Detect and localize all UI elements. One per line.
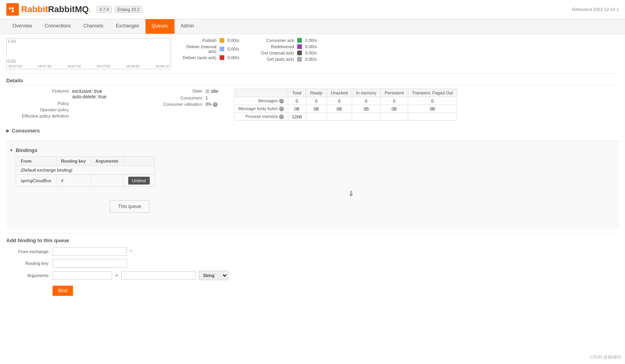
details-middle: State idle Consumers 1 Consumer utilisat… bbox=[140, 89, 218, 121]
utilisation-text: 0% bbox=[205, 102, 212, 107]
effective-policy-label: Effective policy definition bbox=[6, 114, 69, 118]
stats-table: Total Ready Unacked In memory Persistent… bbox=[234, 89, 457, 121]
details-left: Features exclusive: true auto-delete: tr… bbox=[6, 89, 124, 121]
operator-policy-label: Operator policy bbox=[6, 107, 69, 112]
nav-exchanges[interactable]: Exchanges bbox=[109, 19, 145, 34]
rate-get-auto: Get (auto ack) 0.00/s bbox=[247, 57, 317, 62]
binding-default-text: (Default exchange binding) bbox=[16, 166, 155, 175]
header: RabbitRabbitMQ. 3.7.4 Erlang 20.2 Refres… bbox=[0, 0, 625, 19]
messages-total: 0 bbox=[288, 97, 306, 105]
bind-button[interactable]: Bind bbox=[53, 286, 73, 296]
rate-publish: Publish 0.00/s bbox=[177, 38, 239, 43]
rate-get-manual: Get (manual ack) 0.00/s bbox=[247, 51, 317, 55]
procmem-help-icon[interactable]: ? bbox=[279, 114, 284, 119]
get-manual-indicator bbox=[297, 51, 302, 55]
from-exchange-row: From exchange: * bbox=[6, 247, 619, 256]
routing-key-input[interactable] bbox=[53, 259, 127, 268]
get-auto-indicator bbox=[297, 57, 302, 62]
messages-ready: 0 bbox=[306, 97, 327, 105]
nav-overview[interactable]: Overview bbox=[6, 19, 38, 34]
chart-x-3: 18:07:50 bbox=[96, 64, 110, 68]
nav-queues[interactable]: Queues bbox=[145, 19, 174, 34]
add-binding-title: Add binding to this queue bbox=[6, 237, 619, 243]
nav-admin[interactable]: Admin bbox=[174, 19, 200, 34]
nav-channels[interactable]: Channels bbox=[77, 19, 110, 34]
state-value: idle bbox=[205, 89, 218, 94]
procmem-transient bbox=[408, 113, 457, 121]
svg-rect-2 bbox=[12, 10, 14, 12]
logo: RabbitRabbitMQ. bbox=[6, 3, 90, 16]
messages-unacked: 0 bbox=[327, 97, 352, 105]
procmem-ready bbox=[306, 113, 327, 121]
main-content: 1.0/s 0.0/s 18:07:20 18:07:30 18:07:40 1… bbox=[0, 34, 625, 303]
chart-x-2: 18:07:40 bbox=[67, 64, 81, 68]
features-row: Features exclusive: true auto-delete: tr… bbox=[6, 89, 124, 100]
consumer-ack-indicator bbox=[297, 38, 302, 43]
messages-label-text: Messages bbox=[258, 98, 278, 103]
bindings-col-arguments: Arguments bbox=[91, 157, 123, 166]
logo-icon bbox=[6, 3, 19, 16]
publish-indicator bbox=[220, 38, 224, 43]
procmem-inmemory bbox=[352, 113, 380, 121]
redelivered-indicator bbox=[297, 44, 302, 49]
unbind-button[interactable]: Unbind bbox=[128, 177, 150, 185]
bindings-col-routing-key: Routing key bbox=[56, 157, 91, 166]
messages-inmemory: 0 bbox=[352, 97, 380, 105]
bindings-col-action bbox=[123, 157, 154, 166]
state-dot bbox=[205, 89, 209, 93]
chart-x-5: 18:08:10 bbox=[155, 64, 169, 68]
arguments-key-input[interactable] bbox=[53, 271, 112, 280]
binding-unbind-cell: Unbind bbox=[123, 175, 154, 187]
refresh-info: Refreshed 2022-12-14 1 bbox=[572, 7, 619, 12]
from-exchange-label: From exchange: bbox=[6, 249, 49, 254]
message-rates-left: Publish 0.00/s Deliver (manual ack) 0.00… bbox=[177, 38, 239, 69]
operator-policy-row: Operator policy bbox=[6, 107, 124, 112]
rate-get-auto-label: Get (auto ack) bbox=[247, 57, 294, 62]
bindings-section-title: Bindings bbox=[16, 147, 38, 153]
procmem-total: 12kB bbox=[288, 113, 306, 121]
policy-label: Policy bbox=[6, 101, 69, 106]
bind-button-row: Bind bbox=[6, 283, 619, 296]
rate-deliver-manual-value: 0.00/s bbox=[227, 47, 239, 51]
consumers-section: ▶ Consumers bbox=[6, 125, 619, 137]
down-arrow-icon: ⇓ bbox=[86, 187, 616, 200]
stats-procmem-label: Process memory ? bbox=[234, 113, 288, 121]
messages-transient: 0 bbox=[408, 97, 457, 105]
consumers-value: 1 bbox=[205, 96, 208, 100]
from-exchange-required-icon: * bbox=[130, 250, 132, 254]
bindings-col-from: From bbox=[16, 157, 56, 166]
rate-publish-value: 0.00/s bbox=[227, 38, 239, 43]
utilisation-help-icon[interactable]: ? bbox=[213, 102, 218, 107]
bindings-collapsible-header[interactable]: ▼ Bindings bbox=[9, 144, 616, 156]
procmem-persistent bbox=[380, 113, 408, 121]
msgbytes-persistent: 0B bbox=[380, 105, 408, 113]
consumers-arrow-icon: ▶ bbox=[6, 129, 9, 133]
stats-area: Total Ready Unacked In memory Persistent… bbox=[234, 89, 457, 121]
msgbytes-inmemory: 0B bbox=[352, 105, 380, 113]
bindings-content: From Routing key Arguments (Default exch… bbox=[9, 156, 616, 226]
routing-key-label: Routing key: bbox=[6, 261, 49, 266]
messages-help-icon[interactable]: ? bbox=[279, 99, 284, 103]
main-nav: Overview Connections Channels Exchanges … bbox=[0, 19, 625, 34]
rate-publish-label: Publish bbox=[177, 38, 216, 43]
procmem-unacked bbox=[327, 113, 352, 121]
stats-col-persistent: Persistent bbox=[380, 89, 408, 97]
nav-connections[interactable]: Connections bbox=[38, 19, 77, 34]
arguments-type-select[interactable]: String Number Boolean bbox=[199, 271, 228, 280]
stats-col-total: Total bbox=[288, 89, 306, 97]
details-content: Features exclusive: true auto-delete: tr… bbox=[6, 89, 619, 121]
rate-deliver-auto-value: 0.00/s bbox=[227, 55, 239, 60]
chart-x-4: 18:08:00 bbox=[126, 64, 140, 68]
consumers-collapsible-header[interactable]: ▶ Consumers bbox=[6, 125, 619, 137]
procmem-label-text: Process memory bbox=[245, 114, 278, 119]
from-exchange-input[interactable] bbox=[53, 247, 127, 256]
stats-col-empty bbox=[234, 89, 288, 97]
binding-springcloudbus-row: springCloudBus # Unbind bbox=[16, 175, 155, 187]
chart-x-labels: 18:07:20 18:07:30 18:07:40 18:07:50 18:0… bbox=[7, 64, 171, 68]
binding-arguments bbox=[91, 175, 123, 187]
effective-policy-row: Effective policy definition bbox=[6, 114, 124, 118]
state-text: idle bbox=[211, 89, 218, 94]
arguments-value-input[interactable] bbox=[121, 271, 196, 280]
msgbytes-total: 0B bbox=[288, 105, 306, 113]
msgbytes-help-icon[interactable]: ? bbox=[279, 107, 284, 111]
